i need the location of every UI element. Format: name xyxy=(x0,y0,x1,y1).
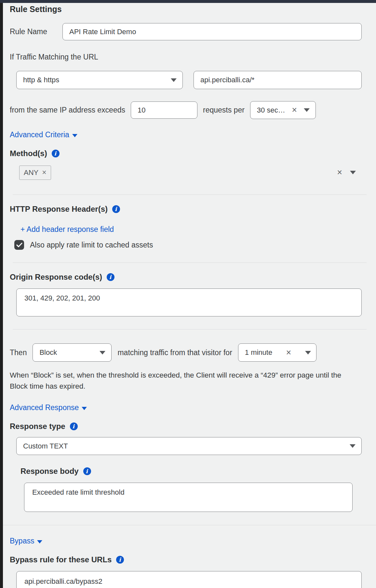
threshold-row: from the same IP address exceeds request… xyxy=(10,101,362,119)
chevron-down-icon xyxy=(100,351,105,354)
period-select[interactable]: 30 sec… × xyxy=(250,101,316,119)
method-tag: ANY × xyxy=(19,166,51,180)
bypass-urls-label: Bypass rule for these URLs xyxy=(10,555,112,564)
http-response-headers-row: HTTP Response Header(s) i xyxy=(10,205,362,214)
origin-response-codes-row: Origin Response code(s) i xyxy=(10,273,362,282)
scheme-select-value: http & https xyxy=(23,76,59,84)
cached-assets-label: Also apply rate limit to cached assets xyxy=(30,241,153,249)
info-icon[interactable]: i xyxy=(52,150,60,157)
methods-multiselect[interactable]: ANY × × xyxy=(16,163,362,182)
methods-label-row: Method(s) i xyxy=(10,149,362,158)
methods-label: Method(s) xyxy=(10,149,47,158)
page-title: Rule Settings xyxy=(10,4,362,14)
multiselect-controls: × xyxy=(337,168,356,177)
action-row: Then Block matching traffic from that vi… xyxy=(10,343,362,362)
duration-select[interactable]: 1 minute × xyxy=(238,343,316,362)
action-select[interactable]: Block xyxy=(33,343,112,362)
advanced-criteria-toggle[interactable]: Advanced Criteria xyxy=(10,130,77,139)
period-select-value: 30 sec… xyxy=(257,106,285,114)
origin-response-codes-label: Origin Response code(s) xyxy=(10,273,102,282)
info-icon[interactable]: i xyxy=(116,556,124,564)
response-type-label: Response type xyxy=(10,422,65,431)
response-body-row: Response body i xyxy=(20,467,362,476)
bypass-toggle[interactable]: Bypass xyxy=(10,537,42,545)
chevron-down-icon xyxy=(304,108,310,112)
chevron-down-icon xyxy=(350,444,356,448)
section-divider xyxy=(13,262,367,263)
bypass-label: Bypass xyxy=(10,537,34,545)
cached-assets-checkbox-row[interactable]: Also apply rate limit to cached assets xyxy=(14,240,362,250)
info-icon[interactable]: i xyxy=(107,273,114,281)
http-response-headers-label: HTTP Response Header(s) xyxy=(10,205,108,214)
section-divider xyxy=(3,525,376,525)
chevron-down-icon xyxy=(82,407,87,410)
info-icon[interactable]: i xyxy=(112,205,120,213)
exceeds-prefix-label: from the same IP address exceeds xyxy=(10,106,125,114)
rule-name-row: Rule Name xyxy=(10,23,362,40)
url-pattern-input[interactable] xyxy=(194,71,362,89)
response-body-textarea[interactable]: Exceeded rate limit threshold xyxy=(24,483,353,512)
matching-traffic-label: matching traffic from that visitor for xyxy=(117,348,232,357)
section-divider xyxy=(13,194,367,195)
clear-icon[interactable]: × xyxy=(286,348,291,357)
requests-count-input[interactable] xyxy=(131,101,197,119)
advanced-criteria-label: Advanced Criteria xyxy=(10,130,69,139)
bypass-urls-row: Bypass rule for these URLs i xyxy=(10,555,362,564)
chevron-down-icon xyxy=(305,351,311,354)
advanced-response-label: Advanced Response xyxy=(10,403,79,412)
then-label: Then xyxy=(10,348,27,357)
checkmark-icon xyxy=(16,243,22,247)
info-icon[interactable]: i xyxy=(83,467,91,475)
response-type-select[interactable]: Custom TEXT xyxy=(16,437,362,455)
remove-tag-icon[interactable]: × xyxy=(42,169,46,176)
rule-name-input[interactable] xyxy=(62,23,362,40)
clear-icon[interactable]: × xyxy=(337,168,342,177)
add-header-response-link[interactable]: + Add header response field xyxy=(20,225,114,234)
chevron-down-icon xyxy=(72,134,77,137)
clear-icon[interactable]: × xyxy=(292,106,297,114)
traffic-match-row: http & https xyxy=(16,71,362,89)
method-tag-label: ANY xyxy=(24,168,38,177)
checkbox-checked[interactable] xyxy=(14,240,24,250)
advanced-response-toggle[interactable]: Advanced Response xyxy=(10,403,87,412)
chevron-down-icon xyxy=(37,540,42,543)
section-divider xyxy=(13,329,367,329)
block-help-text: When “Block” is set, when the threshold … xyxy=(10,370,350,392)
bypass-urls-textarea[interactable]: api.perciballi.ca/bypass2 api.perciballi… xyxy=(16,571,362,588)
response-type-select-value: Custom TEXT xyxy=(23,442,68,450)
window-top-edge xyxy=(0,0,376,3)
duration-select-value: 1 minute xyxy=(245,348,272,357)
info-icon[interactable]: i xyxy=(70,422,78,430)
rule-settings-panel: Rule Settings Rule Name If Traffic Match… xyxy=(3,3,376,588)
requests-per-label: requests per xyxy=(203,106,245,114)
response-type-row: Response type i xyxy=(10,422,362,431)
scheme-select[interactable]: http & https xyxy=(16,71,183,89)
rule-name-label: Rule Name xyxy=(10,27,62,36)
chevron-down-icon xyxy=(171,78,177,82)
response-body-label: Response body xyxy=(20,467,79,476)
action-select-value: Block xyxy=(39,348,57,357)
chevron-down-icon xyxy=(350,171,356,174)
traffic-match-heading: If Traffic Matching the URL xyxy=(10,53,362,61)
origin-response-codes-textarea[interactable]: 301, 429, 202, 201, 200 xyxy=(16,288,362,316)
page-left-edge xyxy=(0,3,3,588)
